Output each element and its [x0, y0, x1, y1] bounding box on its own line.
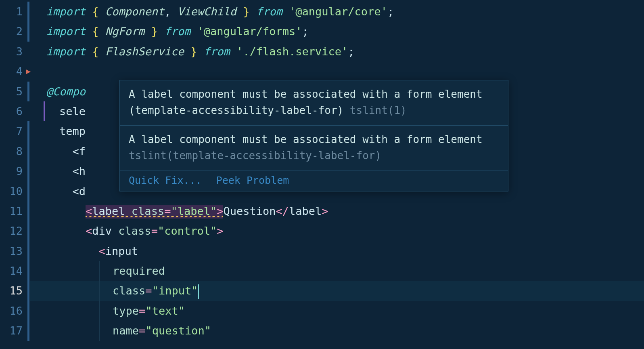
problem-message: A label component must be associated wit… — [120, 80, 508, 126]
line-number[interactable]: 17 — [0, 321, 30, 341]
code-line[interactable]: name="question" — [30, 321, 644, 341]
line-number[interactable]: 11 — [0, 201, 30, 221]
line-number[interactable]: 10 — [0, 181, 30, 201]
code-line[interactable]: import { Component, ViewChild } from '@a… — [30, 2, 644, 21]
line-number[interactable]: 8 — [0, 141, 30, 161]
code-line[interactable]: <div class="control"> — [30, 221, 644, 241]
quick-fix-button[interactable]: Quick Fix... — [129, 174, 202, 186]
line-number[interactable]: 2 — [0, 21, 30, 41]
lint-warning-highlight[interactable]: <label class="label"> — [86, 205, 223, 219]
line-number[interactable]: 12 — [0, 221, 30, 241]
code-line[interactable]: import { NgForm } from '@angular/forms'; — [30, 21, 644, 41]
line-number[interactable]: 6 — [0, 101, 30, 121]
line-number-gutter[interactable]: 1 2 3 4▶ 5 6 7 8 9 10 11 12 13 14 15 16 … — [0, 0, 30, 349]
peek-problem-button[interactable]: Peek Problem — [216, 174, 289, 186]
line-number[interactable]: 5 — [0, 82, 30, 101]
code-line-active[interactable]: class="input" — [30, 281, 644, 301]
line-number[interactable]: 14 — [0, 261, 30, 281]
text-cursor — [198, 284, 199, 299]
problem-message: A label component must be associated wit… — [120, 126, 508, 171]
code-line[interactable]: required — [30, 261, 644, 281]
line-number[interactable]: 7 — [0, 121, 30, 141]
code-line[interactable]: <input — [30, 241, 644, 261]
line-number[interactable]: 4▶ — [0, 61, 30, 81]
line-number[interactable]: 15 — [0, 281, 30, 301]
line-number[interactable]: 1 — [0, 2, 30, 21]
hover-actions: Quick Fix... Peek Problem — [120, 170, 508, 191]
line-number[interactable]: 3 — [0, 42, 30, 61]
code-line[interactable]: import { FlashService } from './flash.se… — [30, 42, 644, 61]
line-number[interactable]: 16 — [0, 301, 30, 321]
code-content[interactable]: import { Component, ViewChild } from '@a… — [30, 0, 644, 349]
line-number[interactable]: 13 — [0, 241, 30, 261]
code-line[interactable] — [30, 61, 644, 81]
code-editor: 1 2 3 4▶ 5 6 7 8 9 10 11 12 13 14 15 16 … — [0, 0, 644, 349]
line-number[interactable]: 9 — [0, 161, 30, 181]
code-line[interactable]: <label class="label">Question</label> — [30, 201, 644, 221]
problem-hover-tooltip: A label component must be associated wit… — [119, 80, 508, 191]
code-line[interactable]: type="text" — [30, 301, 644, 321]
